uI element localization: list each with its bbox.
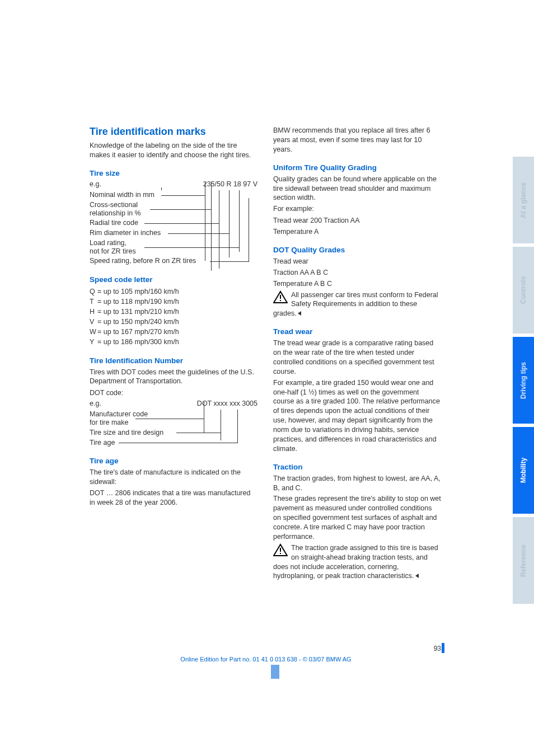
speed-text: = up to 131 mph/210 km/h	[97, 308, 179, 316]
speed-letter: Q	[90, 287, 97, 297]
bmw-recommendation: BMW recommends that you replace all tire…	[273, 126, 441, 154]
speed-code-list: Q= up to 105 mph/160 km/h T= up to 118 m…	[90, 287, 257, 348]
tire-size-heading: Tire size	[90, 169, 257, 177]
svg-rect-1	[280, 300, 281, 301]
dot-p2: Traction AA A B C	[273, 268, 441, 278]
diag-label: Nominal width in mm	[90, 191, 154, 199]
tab-driving-tips[interactable]: Driving tips	[513, 337, 534, 424]
section-tabs: At a glance Controls Driving tips Mobili…	[513, 157, 534, 604]
speed-letter: W	[90, 327, 97, 337]
speed-text: = up to 150 mph/240 km/h	[97, 318, 179, 326]
main-heading: Tire identification marks	[90, 126, 257, 138]
speed-text: = up to 167 mph/270 km/h	[97, 328, 179, 336]
dot-note: All passenger car tires must conform to …	[273, 290, 441, 319]
speed-letter: H	[90, 307, 97, 317]
speed-text: = up to 118 mph/190 km/h	[97, 298, 179, 306]
dot-diagram: Manufacturer code for tire make Tire siz…	[90, 410, 257, 448]
left-column: Tire identification marks Knowledge of t…	[90, 126, 257, 581]
svg-rect-0	[280, 295, 281, 299]
page-number-bar	[442, 643, 444, 653]
speed-text: = up to 105 mph/160 km/h	[97, 288, 179, 295]
speed-text: = up to 186 mph/300 km/h	[97, 338, 179, 346]
eg-label: e.g.	[90, 400, 101, 407]
tab-at-a-glance[interactable]: At a glance	[513, 157, 534, 243]
tread-p2: For example, a tire graded 150 would wea…	[273, 378, 441, 454]
diag-label: Radial tire code	[90, 219, 138, 227]
diag-label: Rim diameter in inches	[90, 229, 161, 237]
tread-p1: The tread wear grade is a comparative ra…	[273, 339, 441, 377]
speed-letter: Y	[90, 337, 97, 347]
tin-p1: Tires with DOT codes meet the guidelines…	[90, 368, 257, 387]
speed-code-heading: Speed code letter	[90, 275, 257, 284]
diag-label: Load rating, not for ZR tires	[90, 239, 136, 256]
eg-label: e.g.	[90, 180, 101, 188]
dot-example: e.g. DOT xxxx xxx 3005	[90, 400, 257, 407]
svg-rect-3	[280, 553, 281, 554]
tab-reference[interactable]: Reference	[513, 517, 534, 604]
dot-heading: DOT Quality Grades	[273, 246, 441, 254]
tab-controls[interactable]: Controls	[513, 247, 534, 334]
utqg-p4: Temperature A	[273, 227, 441, 237]
speed-letter: V	[90, 317, 97, 327]
utqg-heading: Uniform Tire Quality Grading	[273, 163, 441, 172]
page-number: 93	[434, 645, 441, 652]
diag-label: Speed rating, before R on ZR tires	[90, 257, 196, 265]
dot-p3: Temperature A B C	[273, 279, 441, 289]
footer-bar	[271, 665, 279, 679]
dot-p1: Tread wear	[273, 257, 441, 266]
tin-heading: Tire Identification Number	[90, 356, 257, 365]
tin-p2: DOT code:	[90, 388, 257, 398]
utqg-p1: Quality grades can be found where applic…	[273, 175, 441, 203]
tire-age-heading: Tire age	[90, 457, 257, 465]
diag-label: Tire age	[90, 439, 115, 447]
warning-icon	[273, 543, 288, 557]
utqg-p2: For example:	[273, 204, 441, 214]
tread-heading: Tread wear	[273, 327, 441, 336]
svg-rect-2	[280, 548, 281, 552]
traction-heading: Traction	[273, 463, 441, 471]
tab-mobility[interactable]: Mobility	[513, 427, 534, 514]
tire-age-p2: DOT … 2806 indicates that a tire was man…	[90, 489, 257, 508]
end-note-icon	[297, 311, 306, 317]
diag-label: Cross-sectional relationship in %	[90, 201, 141, 218]
tire-size-example: e.g. 235/50 R 18 97 V	[90, 180, 257, 188]
footer-text: Online Edition for Part no. 01 41 0 013 …	[90, 656, 442, 663]
eg-value: DOT xxxx xxx 3005	[197, 400, 257, 407]
tire-size-diagram: Nominal width in mm Cross-sectional rela…	[90, 190, 257, 266]
end-note-icon	[414, 573, 423, 580]
right-column: BMW recommends that you replace all tire…	[273, 126, 441, 581]
traction-note: The traction grade assigned to this tire…	[273, 543, 441, 581]
intro-text: Knowledge of the labeling on the side of…	[90, 141, 257, 160]
traction-p2: These grades represent the tire's abilit…	[273, 494, 441, 541]
utqg-p3: Tread wear 200 Traction AA	[273, 216, 441, 226]
tire-age-p1: The tire's date of manufacture is indica…	[90, 468, 257, 487]
traction-p1: The traction grades, from highest to low…	[273, 474, 441, 493]
note-text: The traction grade assigned to this tire…	[273, 544, 438, 580]
speed-letter: T	[90, 297, 97, 307]
warning-icon	[273, 290, 288, 304]
diag-label: Tire size and tire design	[90, 429, 163, 437]
